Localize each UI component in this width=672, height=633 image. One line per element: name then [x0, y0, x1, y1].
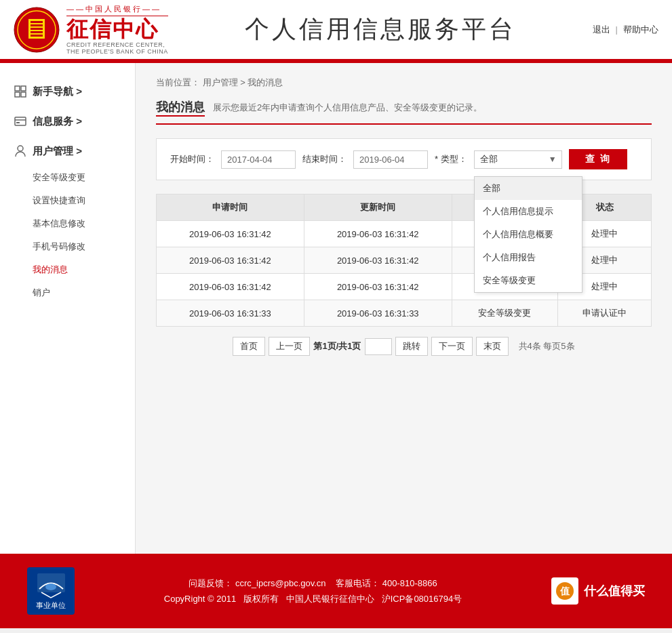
- svg-rect-6: [28, 33, 45, 35]
- sidebar-item-newbie[interactable]: 新手导航 >: [0, 77, 135, 106]
- row4-type: 安全等级变更: [452, 300, 557, 327]
- nav-divider: |: [616, 24, 618, 35]
- breadcrumb: 当前位置： 用户管理 > 我的消息: [156, 77, 652, 89]
- header: ——中国人民银行—— 征信中心 CREDIT REFERENCE CENTER,…: [0, 0, 672, 61]
- svg-rect-7: [28, 37, 45, 39]
- logo-sub-text: CREDIT REFERENCE CENTER,THE PEOPLE'S BAN…: [66, 41, 168, 55]
- col-apply-time: 申请时间: [157, 195, 304, 221]
- row3-update-time: 2019-06-03 16:31:42: [304, 274, 452, 300]
- sidebar-item-user-manage[interactable]: 用户管理 >: [0, 136, 135, 166]
- sidebar-item-info-service[interactable]: 信息服务 >: [0, 106, 135, 136]
- type-select-input[interactable]: [474, 150, 562, 169]
- footer-contact: 问题反馈： ccrc_ipcrs@pbc.gov.cn 客服电话： 400-81…: [95, 575, 531, 591]
- svg-rect-5: [28, 30, 45, 31]
- footer: 事业单位 问题反馈： ccrc_ipcrs@pbc.gov.cn 客服电话： 4…: [0, 554, 672, 628]
- footer-text: 问题反馈： ccrc_ipcrs@pbc.gov.cn 客服电话： 400-81…: [95, 575, 531, 607]
- breadcrumb-user-manage[interactable]: 用户管理: [203, 77, 238, 87]
- table-row: 2019-06-03 16:31:33 2019-06-03 16:31:33 …: [157, 300, 652, 327]
- card-icon: [14, 115, 27, 128]
- current-page-info: 第1页/共1页: [313, 340, 361, 352]
- breadcrumb-separator: >: [240, 77, 248, 87]
- svg-rect-16: [16, 122, 20, 123]
- page-title: 我的消息: [156, 99, 205, 117]
- main-content: 当前位置： 用户管理 > 我的消息 我的消息 展示您最近2年内申请查询个人信用信…: [136, 63, 672, 554]
- grid-icon: [14, 85, 27, 98]
- end-time-label: 结束时间：: [302, 153, 347, 165]
- type-dropdown-menu: 全部 个人信用信息提示 个人信用信息概要 个人信用报告 安全等级变更: [474, 176, 582, 293]
- svg-rect-10: [15, 86, 20, 91]
- filter-bar: 开始时间： 结束时间： * 类型： ▼ 全部 个人信用信息提示 个人信用信息概要…: [156, 138, 652, 180]
- dropdown-option-summary[interactable]: 个人信用信息概要: [475, 223, 582, 246]
- svg-rect-12: [15, 92, 20, 97]
- col-update-time: 更新时间: [304, 195, 452, 221]
- row4-update-time: 2019-06-03 16:31:33: [304, 300, 452, 327]
- footer-emblem: 事业单位: [27, 567, 75, 615]
- start-time-label: 开始时间：: [170, 153, 214, 165]
- page-subtitle: 展示您最近2年内申请查询个人信用信息产品、安全等级变更的记录。: [213, 102, 482, 114]
- page-title-bar: 我的消息 展示您最近2年内申请查询个人信用信息产品、安全等级变更的记录。: [156, 99, 652, 125]
- dropdown-option-report[interactable]: 个人信用报告: [475, 246, 582, 269]
- footer-right-icon: 值: [551, 577, 578, 605]
- row2-update-time: 2019-06-03 16:31:42: [304, 247, 452, 274]
- sidebar-item-security-level[interactable]: 安全等级变更: [0, 166, 135, 189]
- row1-update-time: 2019-06-03 16:31:42: [304, 221, 452, 247]
- sidebar: 新手导航 > 信息服务 > 用户管理 > 安全等级变更: [0, 63, 136, 554]
- main-layout: 新手导航 > 信息服务 > 用户管理 > 安全等级变更: [0, 63, 672, 554]
- dropdown-option-all[interactable]: 全部: [475, 177, 582, 200]
- pagination: 首页 上一页 第1页/共1页 跳转 下一页 末页 共4条 每页5条: [156, 337, 652, 356]
- svg-rect-4: [28, 26, 45, 28]
- user-icon: [14, 144, 27, 158]
- page-total: 共4条 每页5条: [519, 340, 575, 352]
- last-page-btn[interactable]: 末页: [476, 337, 509, 356]
- next-page-btn[interactable]: 下一页: [431, 337, 473, 356]
- header-nav: 退出 | 帮助中心: [593, 24, 658, 36]
- svg-rect-3: [28, 23, 45, 24]
- logo-area: ——中国人民银行—— 征信中心 CREDIT REFERENCE CENTER,…: [14, 4, 168, 55]
- svg-point-17: [18, 146, 23, 151]
- sidebar-newbie-label: 新手导航 >: [33, 85, 82, 98]
- sidebar-item-phone-modify[interactable]: 手机号码修改: [0, 235, 135, 258]
- search-button[interactable]: 查 询: [569, 149, 627, 169]
- sidebar-item-quick-query[interactable]: 设置快捷查询: [0, 189, 135, 212]
- type-select-wrapper: ▼ 全部 个人信用信息提示 个人信用信息概要 个人信用报告 安全等级变更: [474, 150, 562, 169]
- svg-rect-8: [28, 19, 31, 39]
- site-title: 个人信用信息服务平台: [168, 13, 593, 46]
- svg-rect-2: [28, 19, 45, 21]
- sidebar-item-my-messages[interactable]: 我的消息: [0, 258, 135, 281]
- svg-point-19: [45, 584, 56, 590]
- svg-rect-14: [15, 117, 26, 125]
- sidebar-info-label: 信息服务 >: [33, 115, 82, 128]
- row2-apply-time: 2019-06-03 16:31:42: [157, 247, 304, 274]
- dropdown-option-hint[interactable]: 个人信用信息提示: [475, 200, 582, 223]
- svg-rect-9: [43, 19, 45, 39]
- footer-emblem-text: 事业单位: [36, 600, 66, 611]
- page-jump-input[interactable]: [365, 338, 392, 355]
- help-link[interactable]: 帮助中心: [623, 24, 658, 36]
- footer-right-text: 什么值得买: [584, 583, 645, 599]
- end-time-input[interactable]: [353, 150, 428, 169]
- row1-apply-time: 2019-06-03 16:31:42: [157, 221, 304, 247]
- sidebar-item-basic-info[interactable]: 基本信息修改: [0, 212, 135, 235]
- type-label: * 类型：: [435, 153, 467, 165]
- sidebar-sub-items: 安全等级变更 设置快捷查询 基本信息修改 手机号码修改 我的消息 销户: [0, 166, 135, 311]
- sidebar-user-label: 用户管理 >: [33, 145, 82, 158]
- row3-apply-time: 2019-06-03 16:31:42: [157, 274, 304, 300]
- first-page-btn[interactable]: 首页: [233, 337, 265, 356]
- dropdown-option-security[interactable]: 安全等级变更: [475, 269, 582, 292]
- sidebar-item-cancel[interactable]: 销户: [0, 281, 135, 304]
- row4-apply-time: 2019-06-03 16:31:33: [157, 300, 304, 327]
- logout-link[interactable]: 退出: [593, 24, 610, 36]
- svg-rect-11: [21, 86, 26, 91]
- breadcrumb-current: 我的消息: [248, 77, 283, 87]
- breadcrumb-prefix: 当前位置：: [156, 77, 200, 87]
- logo-text-area: ——中国人民银行—— 征信中心 CREDIT REFERENCE CENTER,…: [66, 4, 168, 55]
- jump-btn[interactable]: 跳转: [395, 337, 428, 356]
- svg-rect-13: [21, 92, 26, 97]
- footer-logo-right: 值 什么值得买: [551, 577, 645, 605]
- logo-main-text: 征信中心: [66, 18, 168, 41]
- footer-copyright: CopyRight © 2011 版权所有 中国人民银行征信中心 沪ICP备08…: [95, 591, 531, 607]
- start-time-input[interactable]: [221, 150, 296, 169]
- row4-status: 申请认证中: [558, 300, 652, 327]
- prev-page-btn[interactable]: 上一页: [269, 337, 310, 356]
- logo-top-text: ——中国人民银行——: [66, 4, 168, 16]
